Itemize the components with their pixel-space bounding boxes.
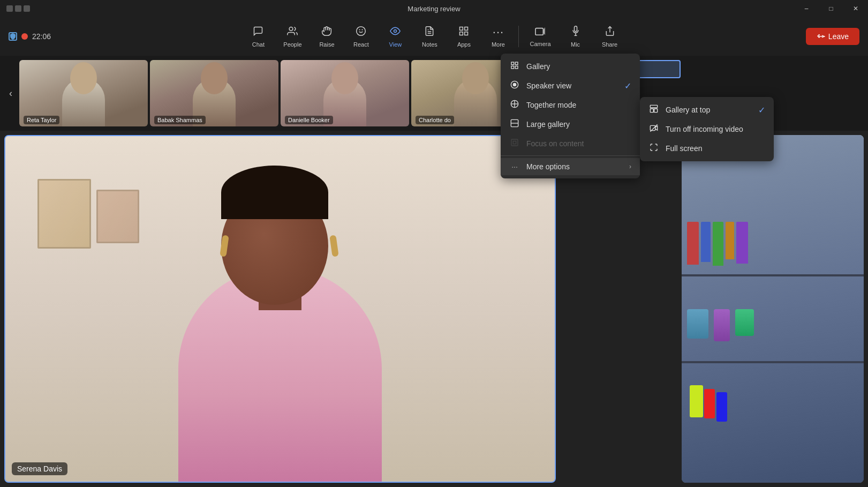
main-video-background [5, 136, 555, 482]
recording-time: 22:06 [32, 32, 51, 41]
view-label: View [389, 41, 402, 48]
svg-rect-7 [460, 27, 463, 30]
notes-label: Notes [422, 41, 437, 48]
mic-icon [572, 26, 579, 39]
minimize-button[interactable]: – [794, 0, 819, 17]
participant-name-reta: Reta Taylor [24, 116, 59, 124]
more-options-icon: ··· [509, 162, 520, 171]
participant-name-babak: Babak Shammas [154, 116, 206, 124]
more-options-label: More options [526, 162, 570, 171]
large-gallery-label: Large gallery [526, 120, 570, 129]
svg-rect-9 [465, 32, 468, 35]
chat-icon [253, 26, 263, 39]
notes-icon [424, 26, 435, 39]
together-mode-label: Together mode [526, 101, 576, 109]
apps-icon [458, 26, 469, 39]
svg-rect-21 [511, 66, 514, 69]
svg-rect-29 [511, 139, 518, 146]
participant-thumb-reta[interactable]: Reta Taylor [19, 60, 148, 126]
large-gallery-icon [509, 119, 520, 130]
mic-label: Mic [571, 41, 580, 48]
gallery-menu-icon [509, 61, 520, 72]
gallery-label: Gallery [526, 62, 550, 71]
together-mode-icon [509, 100, 520, 110]
svg-rect-30 [513, 141, 516, 144]
svg-rect-8 [465, 27, 468, 30]
people-button[interactable]: People [276, 21, 308, 51]
toolbar-right: Leave [806, 28, 859, 45]
view-dropdown-menu: Gallery Speaker view ✓ Together mode Lar… [501, 54, 640, 178]
turn-off-video-label: Turn off incoming video [666, 125, 743, 133]
toolbar-center: Chat People Raise React [242, 21, 625, 51]
menu-separator [501, 155, 640, 156]
title-bar: Marketing review – □ ✕ [0, 0, 868, 17]
svg-rect-31 [650, 105, 657, 108]
submenu-item-gallery-top[interactable]: Gallery at top ✓ [640, 100, 774, 119]
view-button[interactable]: View [379, 21, 411, 51]
chat-label: Chat [252, 41, 265, 48]
participant-thumb-babak[interactable]: Babak Shammas [150, 60, 278, 126]
menu-item-speaker-view[interactable]: Speaker view ✓ [501, 76, 640, 95]
speaker-view-icon [509, 80, 520, 91]
submenu-item-turn-off-video[interactable]: Turn off incoming video [640, 119, 774, 139]
close-button[interactable]: ✕ [843, 0, 868, 17]
more-button[interactable]: ··· More [482, 21, 514, 51]
speaker-view-label: Speaker view [526, 81, 571, 90]
camera-icon [534, 26, 546, 39]
focus-content-icon [509, 138, 520, 149]
camera-label: Camera [530, 41, 550, 47]
menu-item-focus-content: Focus on content [501, 134, 640, 153]
toolbar-left: 22:06 [9, 32, 51, 41]
shield-icon [9, 32, 17, 41]
leave-button[interactable]: Leave [806, 28, 859, 45]
menu-item-gallery[interactable]: Gallery [501, 57, 640, 76]
focus-content-label: Focus on content [526, 139, 584, 148]
apps-label: Apps [457, 41, 471, 48]
gallery-top-label: Gallery at top [666, 106, 710, 114]
svg-rect-11 [535, 28, 543, 35]
svg-rect-32 [650, 109, 653, 113]
submenu: Gallery at top ✓ Turn off incoming video… [640, 97, 774, 161]
toolbar: 22:06 Chat People Raise [0, 17, 868, 56]
raise-button[interactable]: Raise [311, 21, 343, 51]
participant-thumb-danielle[interactable]: Danielle Booker [281, 60, 409, 126]
participant-name-charlotte: Charlotte do [416, 116, 454, 124]
window-menu-dots[interactable] [6, 5, 30, 12]
full-screen-icon [648, 143, 659, 154]
gallery-top-check: ✓ [758, 105, 765, 115]
share-icon [605, 26, 615, 39]
notes-button[interactable]: Notes [413, 21, 446, 51]
svg-rect-20 [515, 66, 518, 69]
svg-rect-13 [574, 26, 577, 31]
speaker-view-check: ✓ [624, 81, 631, 91]
turn-off-video-icon [648, 124, 659, 134]
window-title: Marketing review [407, 5, 460, 13]
recording-indicator [21, 33, 28, 40]
full-screen-label: Full screen [666, 144, 702, 153]
more-icon: ··· [493, 25, 504, 39]
menu-item-together-mode[interactable]: Together mode [501, 95, 640, 115]
svg-rect-33 [654, 109, 658, 113]
svg-rect-34 [650, 125, 655, 130]
mic-button[interactable]: Mic [560, 21, 592, 51]
camera-button[interactable]: Camera [523, 21, 557, 51]
svg-point-1 [357, 26, 366, 35]
maximize-button[interactable]: □ [819, 0, 843, 17]
raise-icon [321, 26, 332, 39]
side-panel [682, 135, 864, 483]
react-button[interactable]: React [345, 21, 377, 51]
main-speaker-name: Serena Davis [12, 462, 67, 475]
main-video: Serena Davis [4, 135, 556, 483]
strip-nav-left[interactable]: ‹ [4, 60, 17, 126]
menu-item-more-options[interactable]: ··· More options › [501, 158, 640, 175]
chat-button[interactable]: Chat [242, 21, 274, 51]
svg-point-4 [394, 29, 397, 32]
react-icon [356, 26, 366, 39]
window-controls: – □ ✕ [794, 0, 868, 17]
submenu-item-full-screen[interactable]: Full screen [640, 139, 774, 158]
apps-button[interactable]: Apps [448, 21, 480, 51]
gallery-top-icon [648, 104, 659, 115]
share-button[interactable]: Share [594, 21, 626, 51]
participant-name-danielle: Danielle Booker [285, 116, 333, 124]
menu-item-large-gallery[interactable]: Large gallery [501, 115, 640, 134]
